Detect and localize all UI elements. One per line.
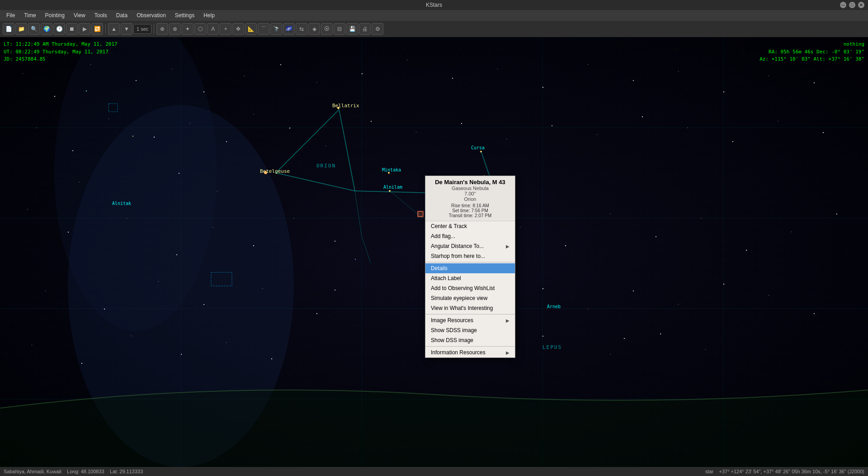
star (226, 141, 227, 142)
menu-view[interactable]: View (69, 11, 90, 19)
const-lines-button[interactable]: ✦ (182, 23, 193, 35)
arneb-label: Arneb (547, 304, 561, 309)
info-resources-item[interactable]: Information Resources ▶ (425, 347, 515, 357)
step-up-button[interactable]: ▲ (108, 23, 120, 35)
svg-point-18 (68, 105, 294, 467)
print-button[interactable]: 🖨 (359, 23, 371, 35)
measure-button[interactable]: 📐 (245, 23, 257, 35)
star (81, 363, 82, 364)
skymap-button[interactable]: ◈ (308, 23, 320, 35)
const-bounds-button[interactable]: ⬡ (194, 23, 206, 35)
connect-button[interactable]: ⇆ (296, 23, 307, 35)
new-button[interactable]: 📄 (3, 23, 14, 35)
show-dss-label: Show DSS image (431, 337, 473, 343)
details-item[interactable]: Details (425, 263, 515, 273)
export-button[interactable]: 💾 (346, 23, 358, 35)
play-button[interactable]: ▶ (79, 23, 90, 35)
close-button[interactable]: ✕ (858, 2, 864, 8)
star (701, 218, 701, 219)
star (552, 125, 552, 126)
svg-line-12 (276, 109, 339, 173)
svg-rect-21 (108, 104, 118, 112)
geo-button[interactable]: 🌍 (41, 23, 52, 35)
add-wishlist-item[interactable]: Add to Observing WishList (425, 283, 515, 293)
star (542, 336, 543, 337)
menu-observation[interactable]: Observation (132, 11, 170, 19)
settings2-button[interactable]: ⚙ (372, 23, 383, 35)
star (54, 96, 55, 97)
menu-pointing[interactable]: Pointing (41, 11, 69, 19)
loop-button[interactable]: 🔁 (91, 23, 103, 35)
star (226, 343, 226, 343)
menu-data[interactable]: Data (112, 11, 132, 19)
object-size: 7.00" (430, 191, 510, 196)
dso-button[interactable]: 🌌 (283, 23, 295, 35)
transit-time: Transit time: 2:07 PM (430, 213, 510, 218)
info-resources-label: Information Resources (431, 349, 486, 356)
track-button[interactable]: + (220, 23, 231, 35)
toolbar-sep-1 (105, 24, 106, 34)
const-names-button[interactable]: A (207, 23, 219, 35)
star (371, 121, 372, 122)
star (203, 91, 204, 92)
star (132, 136, 133, 137)
ut-display: UT: 08:22:49 Thursday, May 11, 2017 (4, 48, 118, 56)
star (362, 73, 363, 74)
attach-label-item[interactable]: Attach Label (425, 273, 515, 283)
details-label: Details (431, 265, 448, 271)
add-wishlist-label: Add to Observing WishList (431, 285, 495, 291)
toolbar-sep-2 (154, 24, 154, 34)
zoom-in-button[interactable]: 🔍 (28, 23, 40, 35)
step-down-button[interactable]: ▼ (121, 23, 132, 35)
star (79, 182, 80, 182)
menu-time[interactable]: Time (19, 11, 40, 19)
az-display: Az: +115° 10' 03" Alt: +37° 16' 38" (760, 56, 864, 63)
identify-button[interactable]: ✥ (232, 23, 244, 35)
lepus-label: LEPUS (542, 344, 562, 350)
svg-point-23 (418, 211, 423, 217)
cursa-star (480, 151, 482, 152)
star (407, 60, 407, 60)
star (90, 64, 91, 65)
time-button[interactable]: 🕐 (53, 23, 65, 35)
star (335, 241, 335, 242)
star (452, 78, 453, 79)
star (32, 345, 32, 345)
projector-button[interactable]: ⦿ (321, 23, 333, 35)
star (253, 114, 254, 114)
stop-button[interactable]: ⏹ (66, 23, 78, 35)
menu-tools[interactable]: Tools (90, 11, 112, 19)
eq-grid-button[interactable]: ⊕ (156, 23, 168, 35)
star (610, 214, 611, 214)
image-resources-arrow: ▶ (506, 318, 509, 323)
star (326, 146, 326, 146)
layer-button[interactable]: ⊟ (334, 23, 345, 35)
star (262, 288, 263, 289)
maximize-button[interactable]: □ (849, 2, 855, 8)
angular-distance-item[interactable]: Angular Distance To... ▶ (425, 241, 515, 251)
telescope-button[interactable]: 🔭 (270, 23, 282, 35)
image-resources-item[interactable]: Image Resources ▶ (425, 315, 515, 325)
simulate-eyepiece-item[interactable]: Simulate eyepiece view (425, 293, 515, 303)
menu-settings[interactable]: Settings (170, 11, 199, 19)
show-sdss-item[interactable]: Show SDSS image (425, 325, 515, 335)
star (687, 128, 688, 128)
menu-help[interactable]: Help (199, 11, 219, 19)
star (36, 128, 37, 128)
titlebar-title: KStars (426, 2, 442, 8)
show-dss-item[interactable]: Show DSS image (425, 335, 515, 345)
az-grid-button[interactable]: ⊗ (169, 23, 181, 35)
center-track-item[interactable]: Center & Track (425, 221, 515, 231)
info-resources-arrow: ▶ (506, 350, 509, 355)
horizon-button[interactable]: ⌒ (258, 23, 269, 35)
nothing-display: nothing (760, 41, 864, 48)
menu-file[interactable]: File (2, 11, 19, 19)
whats-interesting-item[interactable]: View in What's Interesting (425, 303, 515, 313)
open-button[interactable]: 📁 (15, 23, 27, 35)
svg-line-16 (355, 191, 362, 236)
starhop-item[interactable]: Starhop from here to... (425, 251, 515, 261)
minimize-button[interactable]: — (840, 2, 846, 8)
starhop-label: Starhop from here to... (431, 253, 485, 259)
object-type: Gaseous Nebula (430, 186, 510, 191)
add-flag-item[interactable]: Add flag... (425, 231, 515, 241)
